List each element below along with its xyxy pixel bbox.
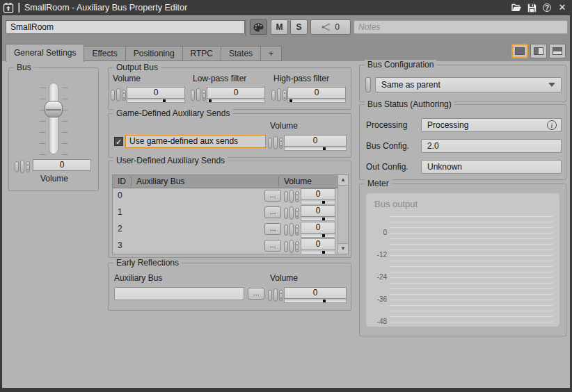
browse-aux-bus-button[interactable]: ... — [264, 206, 281, 218]
use-game-defined-checkbox[interactable]: ✓ — [114, 137, 123, 146]
column-header-aux-bus[interactable]: Auxiliary Bus — [136, 175, 184, 188]
link-indicator-icon[interactable] — [365, 77, 371, 92]
solo-button[interactable]: S — [290, 19, 308, 35]
color-palette-button[interactable] — [250, 19, 267, 35]
save-icon[interactable] — [526, 2, 537, 13]
window-pin-icon[interactable] — [3, 2, 14, 13]
randomizer-indicator-icon[interactable] — [279, 138, 283, 149]
tab-states[interactable]: States — [221, 46, 261, 61]
er-volume-field[interactable]: 0 — [284, 287, 347, 303]
er-volume-mini-slider[interactable] — [284, 299, 347, 303]
table-scrollbar[interactable]: ▲ ▼ — [337, 175, 348, 254]
rtpc-indicator-icon[interactable] — [196, 88, 200, 101]
help-icon[interactable]: ? — [541, 2, 553, 13]
palette-icon — [253, 23, 264, 32]
row-id: 1 — [118, 207, 122, 217]
output-volume-field[interactable]: 0 — [127, 87, 185, 103]
scroll-down-icon[interactable]: ▼ — [338, 243, 348, 254]
link-indicator-icon[interactable] — [268, 138, 272, 149]
game-defined-volume-mini-slider[interactable] — [284, 147, 347, 151]
randomizer-indicator-icon[interactable] — [295, 241, 299, 252]
rtpc-indicator-icon[interactable] — [289, 240, 294, 253]
editor-body: M S 0 General Settings Effects Positioni… — [2, 15, 570, 388]
link-indicator-icon[interactable] — [284, 208, 288, 219]
link-indicator-icon[interactable] — [271, 90, 276, 101]
randomizer-indicator-icon[interactable] — [295, 208, 299, 219]
er-browse-aux-bus-button[interactable]: ... — [248, 288, 264, 300]
table-row[interactable]: 3 ... 0 — [113, 238, 337, 254]
tab-positioning[interactable]: Positioning — [126, 46, 183, 61]
row-volume-field[interactable]: 0 — [301, 188, 335, 204]
sharesets-button[interactable]: 0 — [310, 19, 351, 35]
link-indicator-icon[interactable] — [191, 90, 195, 101]
titlebar[interactable]: SmallRoom - Auxiliary Bus Property Edito… — [0, 0, 572, 15]
link-indicator-icon[interactable] — [284, 191, 288, 202]
bus-volume-field[interactable]: 0 — [33, 159, 91, 171]
row-volume-field[interactable]: 0 — [301, 238, 335, 254]
object-name-input[interactable] — [6, 20, 245, 34]
layout-split-horizontal-button[interactable] — [549, 44, 566, 58]
game-defined-sends-group: Game-Defined Auxiliary Sends Volume ✓ Us… — [108, 113, 351, 158]
toolbar-separator — [245, 19, 246, 36]
browse-aux-bus-button[interactable]: ... — [264, 190, 281, 202]
bus-volume-slider[interactable] — [49, 83, 58, 154]
scroll-up-icon[interactable]: ▲ — [338, 175, 348, 186]
lowpass-field[interactable]: 0 — [207, 87, 265, 103]
notes-input[interactable] — [353, 20, 568, 34]
rtpc-indicator-icon[interactable] — [20, 160, 24, 173]
slider-ticks-left — [40, 88, 46, 156]
rtpc-indicator-icon[interactable] — [273, 288, 278, 302]
out-config-field: Unknown — [421, 160, 562, 174]
table-row[interactable]: 0 ... 0 — [113, 188, 337, 204]
mute-button[interactable]: M — [271, 19, 288, 35]
game-defined-volume-field[interactable]: 0 — [284, 135, 347, 151]
close-icon[interactable]: ✕ — [557, 2, 568, 13]
link-indicator-icon[interactable] — [111, 90, 115, 101]
table-row[interactable]: 2 ... 0 — [113, 221, 337, 238]
randomizer-indicator-icon[interactable] — [202, 90, 206, 101]
use-game-defined-label[interactable]: Use game-defined aux sends — [125, 135, 266, 148]
rtpc-indicator-icon[interactable] — [289, 206, 294, 220]
randomizer-indicator-icon[interactable] — [26, 161, 30, 172]
meter-scale-label: 0 — [369, 229, 387, 237]
column-header-id[interactable]: ID — [118, 175, 126, 188]
er-aux-bus-field[interactable] — [114, 287, 244, 300]
open-icon[interactable] — [511, 2, 522, 13]
rtpc-indicator-icon[interactable] — [289, 190, 294, 203]
processing-label: Processing — [366, 120, 407, 130]
layout-split-vertical-button[interactable] — [530, 44, 547, 58]
lowpass-mini-slider[interactable] — [207, 99, 265, 103]
game-defined-group-label: Game-Defined Auxiliary Sends — [113, 108, 232, 118]
output-volume-mini-slider[interactable] — [127, 99, 185, 103]
row-volume-field[interactable]: 0 — [301, 222, 335, 238]
link-indicator-icon[interactable] — [284, 241, 288, 252]
layout-single-button[interactable] — [511, 44, 528, 58]
rtpc-indicator-icon[interactable] — [116, 88, 120, 101]
rtpc-indicator-icon[interactable] — [273, 136, 278, 149]
link-indicator-icon[interactable] — [284, 224, 288, 236]
tab-rtpc[interactable]: RTPC — [183, 46, 221, 61]
link-indicator-icon[interactable] — [15, 161, 19, 172]
randomizer-indicator-icon[interactable] — [279, 290, 283, 301]
tab-effects[interactable]: Effects — [84, 46, 125, 61]
info-icon[interactable]: i — [547, 120, 557, 130]
column-header-volume[interactable]: Volume — [284, 175, 312, 188]
table-row[interactable]: 1 ... 0 — [113, 204, 337, 221]
randomizer-indicator-icon[interactable] — [122, 90, 126, 101]
row-volume-field[interactable]: 0 — [301, 205, 335, 221]
browse-aux-bus-button[interactable]: ... — [264, 240, 281, 252]
randomizer-indicator-icon[interactable] — [295, 191, 299, 202]
highpass-mini-slider[interactable] — [287, 99, 346, 103]
rtpc-indicator-icon[interactable] — [277, 88, 281, 101]
highpass-field[interactable]: 0 — [287, 87, 346, 103]
browse-aux-bus-button[interactable]: ... — [264, 223, 281, 235]
rtpc-indicator-icon[interactable] — [289, 223, 294, 236]
bus-config-dropdown[interactable]: Same as parent — [375, 77, 562, 92]
randomizer-indicator-icon[interactable] — [283, 90, 287, 101]
link-indicator-icon[interactable] — [268, 290, 272, 301]
row-volume-mini-slider[interactable] — [301, 250, 335, 254]
randomizer-indicator-icon[interactable] — [295, 224, 299, 236]
bus-volume-slider-thumb[interactable] — [45, 101, 63, 117]
tab-add[interactable]: + — [261, 46, 282, 61]
tab-general-settings[interactable]: General Settings — [6, 44, 84, 62]
